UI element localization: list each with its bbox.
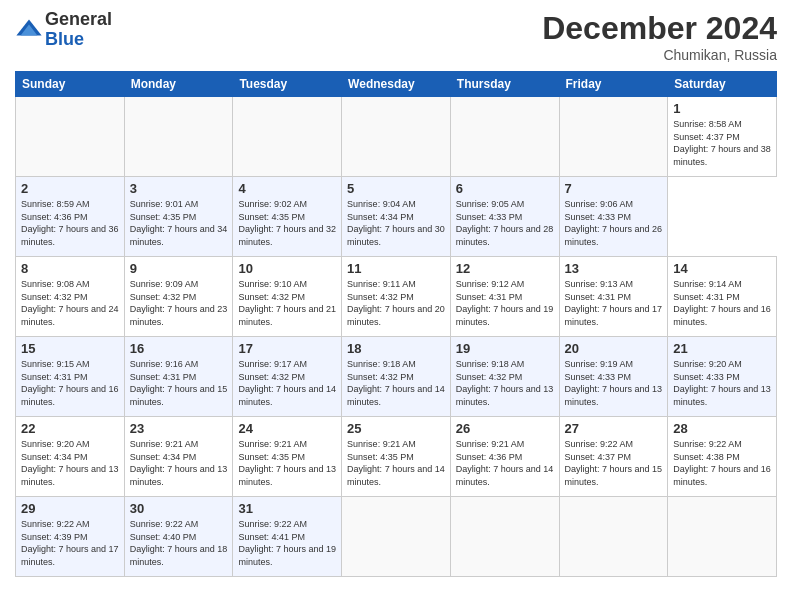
logo-general: General xyxy=(45,10,112,30)
logo-text: General Blue xyxy=(45,10,112,50)
page: General Blue December 2024 Chumikan, Rus… xyxy=(0,0,792,612)
day-cell xyxy=(233,97,342,177)
day-cell xyxy=(450,97,559,177)
day-info: Sunrise: 9:19 AMSunset: 4:33 PMDaylight:… xyxy=(565,358,663,408)
day-info: Sunrise: 9:22 AMSunset: 4:39 PMDaylight:… xyxy=(21,518,119,568)
day-info: Sunrise: 9:18 AMSunset: 4:32 PMDaylight:… xyxy=(456,358,554,408)
day-info: Sunrise: 9:16 AMSunset: 4:31 PMDaylight:… xyxy=(130,358,228,408)
day-cell: 10 Sunrise: 9:10 AMSunset: 4:32 PMDaylig… xyxy=(233,257,342,337)
day-info: Sunrise: 9:14 AMSunset: 4:31 PMDaylight:… xyxy=(673,278,771,328)
location: Chumikan, Russia xyxy=(542,47,777,63)
day-info: Sunrise: 9:21 AMSunset: 4:35 PMDaylight:… xyxy=(347,438,445,488)
logo-blue: Blue xyxy=(45,30,112,50)
day-cell: 23 Sunrise: 9:21 AMSunset: 4:34 PMDaylig… xyxy=(124,417,233,497)
day-info: Sunrise: 9:17 AMSunset: 4:32 PMDaylight:… xyxy=(238,358,336,408)
day-number: 24 xyxy=(238,421,336,436)
day-cell: 31 Sunrise: 9:22 AMSunset: 4:41 PMDaylig… xyxy=(233,497,342,577)
day-cell: 16 Sunrise: 9:16 AMSunset: 4:31 PMDaylig… xyxy=(124,337,233,417)
day-number: 23 xyxy=(130,421,228,436)
header-row: SundayMondayTuesdayWednesdayThursdayFrid… xyxy=(16,72,777,97)
day-number: 26 xyxy=(456,421,554,436)
day-number: 15 xyxy=(21,341,119,356)
day-number: 29 xyxy=(21,501,119,516)
day-cell xyxy=(668,497,777,577)
day-cell: 9 Sunrise: 9:09 AMSunset: 4:32 PMDayligh… xyxy=(124,257,233,337)
day-info: Sunrise: 9:13 AMSunset: 4:31 PMDaylight:… xyxy=(565,278,663,328)
day-cell xyxy=(559,97,668,177)
day-cell: 11 Sunrise: 9:11 AMSunset: 4:32 PMDaylig… xyxy=(342,257,451,337)
day-info: Sunrise: 9:06 AMSunset: 4:33 PMDaylight:… xyxy=(565,198,663,248)
day-info: Sunrise: 9:10 AMSunset: 4:32 PMDaylight:… xyxy=(238,278,336,328)
week-row-6: 29 Sunrise: 9:22 AMSunset: 4:39 PMDaylig… xyxy=(16,497,777,577)
day-cell: 17 Sunrise: 9:17 AMSunset: 4:32 PMDaylig… xyxy=(233,337,342,417)
day-info: Sunrise: 9:20 AMSunset: 4:34 PMDaylight:… xyxy=(21,438,119,488)
day-cell xyxy=(124,97,233,177)
day-number: 2 xyxy=(21,181,119,196)
day-number: 19 xyxy=(456,341,554,356)
day-cell: 1 Sunrise: 8:58 AMSunset: 4:37 PMDayligh… xyxy=(668,97,777,177)
day-number: 22 xyxy=(21,421,119,436)
week-row-4: 15 Sunrise: 9:15 AMSunset: 4:31 PMDaylig… xyxy=(16,337,777,417)
day-info: Sunrise: 9:22 AMSunset: 4:38 PMDaylight:… xyxy=(673,438,771,488)
day-number: 28 xyxy=(673,421,771,436)
day-cell xyxy=(342,97,451,177)
day-cell: 26 Sunrise: 9:21 AMSunset: 4:36 PMDaylig… xyxy=(450,417,559,497)
col-header-sunday: Sunday xyxy=(16,72,125,97)
day-info: Sunrise: 9:01 AMSunset: 4:35 PMDaylight:… xyxy=(130,198,228,248)
day-cell: 14 Sunrise: 9:14 AMSunset: 4:31 PMDaylig… xyxy=(668,257,777,337)
day-info: Sunrise: 9:15 AMSunset: 4:31 PMDaylight:… xyxy=(21,358,119,408)
day-number: 5 xyxy=(347,181,445,196)
col-header-friday: Friday xyxy=(559,72,668,97)
week-row-5: 22 Sunrise: 9:20 AMSunset: 4:34 PMDaylig… xyxy=(16,417,777,497)
day-info: Sunrise: 9:22 AMSunset: 4:40 PMDaylight:… xyxy=(130,518,228,568)
day-cell: 18 Sunrise: 9:18 AMSunset: 4:32 PMDaylig… xyxy=(342,337,451,417)
day-cell: 24 Sunrise: 9:21 AMSunset: 4:35 PMDaylig… xyxy=(233,417,342,497)
day-cell: 20 Sunrise: 9:19 AMSunset: 4:33 PMDaylig… xyxy=(559,337,668,417)
day-number: 9 xyxy=(130,261,228,276)
day-cell: 27 Sunrise: 9:22 AMSunset: 4:37 PMDaylig… xyxy=(559,417,668,497)
day-number: 27 xyxy=(565,421,663,436)
day-cell: 25 Sunrise: 9:21 AMSunset: 4:35 PMDaylig… xyxy=(342,417,451,497)
day-cell: 4 Sunrise: 9:02 AMSunset: 4:35 PMDayligh… xyxy=(233,177,342,257)
day-info: Sunrise: 9:21 AMSunset: 4:35 PMDaylight:… xyxy=(238,438,336,488)
day-cell: 2 Sunrise: 8:59 AMSunset: 4:36 PMDayligh… xyxy=(16,177,125,257)
week-row-1: 1 Sunrise: 8:58 AMSunset: 4:37 PMDayligh… xyxy=(16,97,777,177)
day-number: 6 xyxy=(456,181,554,196)
day-cell: 22 Sunrise: 9:20 AMSunset: 4:34 PMDaylig… xyxy=(16,417,125,497)
day-cell xyxy=(450,497,559,577)
day-cell xyxy=(342,497,451,577)
day-number: 14 xyxy=(673,261,771,276)
calendar: SundayMondayTuesdayWednesdayThursdayFrid… xyxy=(15,71,777,577)
day-info: Sunrise: 9:04 AMSunset: 4:34 PMDaylight:… xyxy=(347,198,445,248)
day-cell xyxy=(16,97,125,177)
day-cell: 15 Sunrise: 9:15 AMSunset: 4:31 PMDaylig… xyxy=(16,337,125,417)
month-title: December 2024 xyxy=(542,10,777,47)
day-number: 16 xyxy=(130,341,228,356)
day-number: 17 xyxy=(238,341,336,356)
day-number: 31 xyxy=(238,501,336,516)
day-info: Sunrise: 9:08 AMSunset: 4:32 PMDaylight:… xyxy=(21,278,119,328)
day-info: Sunrise: 9:20 AMSunset: 4:33 PMDaylight:… xyxy=(673,358,771,408)
day-cell: 13 Sunrise: 9:13 AMSunset: 4:31 PMDaylig… xyxy=(559,257,668,337)
day-number: 8 xyxy=(21,261,119,276)
day-info: Sunrise: 9:22 AMSunset: 4:41 PMDaylight:… xyxy=(238,518,336,568)
day-info: Sunrise: 9:18 AMSunset: 4:32 PMDaylight:… xyxy=(347,358,445,408)
week-row-3: 8 Sunrise: 9:08 AMSunset: 4:32 PMDayligh… xyxy=(16,257,777,337)
day-cell: 12 Sunrise: 9:12 AMSunset: 4:31 PMDaylig… xyxy=(450,257,559,337)
day-cell: 19 Sunrise: 9:18 AMSunset: 4:32 PMDaylig… xyxy=(450,337,559,417)
day-number: 25 xyxy=(347,421,445,436)
day-cell: 28 Sunrise: 9:22 AMSunset: 4:38 PMDaylig… xyxy=(668,417,777,497)
day-number: 30 xyxy=(130,501,228,516)
col-header-tuesday: Tuesday xyxy=(233,72,342,97)
col-header-saturday: Saturday xyxy=(668,72,777,97)
day-cell: 29 Sunrise: 9:22 AMSunset: 4:39 PMDaylig… xyxy=(16,497,125,577)
day-number: 10 xyxy=(238,261,336,276)
day-number: 4 xyxy=(238,181,336,196)
day-cell: 21 Sunrise: 9:20 AMSunset: 4:33 PMDaylig… xyxy=(668,337,777,417)
day-cell: 5 Sunrise: 9:04 AMSunset: 4:34 PMDayligh… xyxy=(342,177,451,257)
logo-icon xyxy=(15,16,43,44)
day-number: 1 xyxy=(673,101,771,116)
header: General Blue December 2024 Chumikan, Rus… xyxy=(15,10,777,63)
day-number: 12 xyxy=(456,261,554,276)
day-info: Sunrise: 9:11 AMSunset: 4:32 PMDaylight:… xyxy=(347,278,445,328)
